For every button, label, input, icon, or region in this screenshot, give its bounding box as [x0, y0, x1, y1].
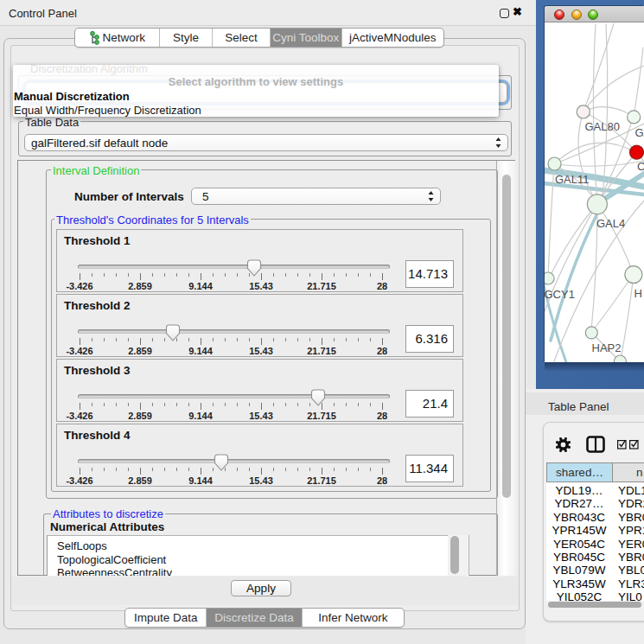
svg-text:H: H: [634, 287, 642, 300]
svg-text:GAL4: GAL4: [596, 217, 625, 230]
svg-text:C: C: [637, 160, 644, 173]
svg-text:GCY1: GCY1: [545, 288, 575, 301]
svg-text:HAP2: HAP2: [592, 341, 622, 354]
svg-text:GA: GA: [635, 126, 644, 139]
svg-text:GAL11: GAL11: [555, 173, 590, 186]
svg-text:GAL80: GAL80: [585, 120, 620, 133]
